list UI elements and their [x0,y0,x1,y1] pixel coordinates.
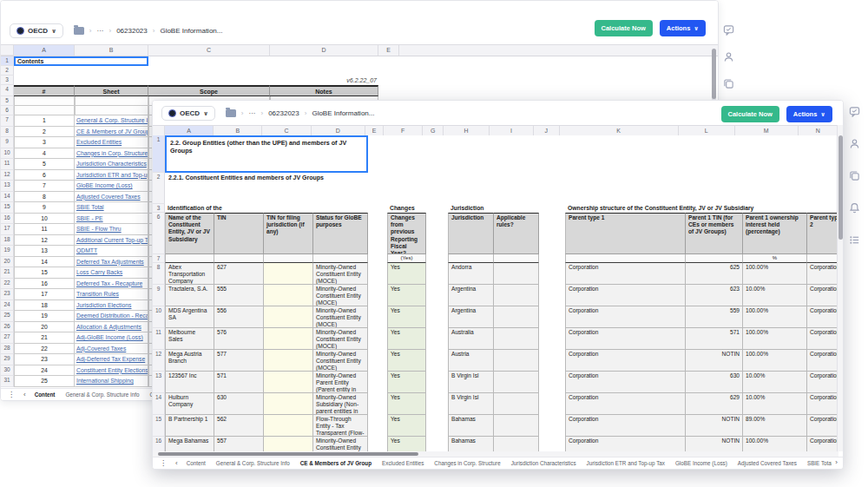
changes-cell[interactable]: Yes [387,285,426,306]
sheet-link[interactable]: Deferred Tax Adjustments [75,257,148,268]
row-header[interactable]: 3 [1,76,14,85]
rules-cell[interactable] [494,415,539,437]
sheet-number-cell[interactable]: 4 [14,148,75,160]
tabs-next-icon[interactable]: › [832,459,838,466]
column-header-A[interactable]: A [14,45,75,56]
row-header[interactable]: 5 [1,96,14,106]
group-ownership[interactable]: Ownership structure of the Constituent E… [565,204,838,213]
sheet-link[interactable]: General & Corp. Structure Info [75,115,148,127]
status-cell[interactable]: Minority-Owned Constituent Entity (MOCE) [313,437,368,451]
comments-icon[interactable] [849,106,860,117]
calculate-now-button[interactable]: Calculate Now [595,20,653,36]
parent-tin-cell[interactable]: 559 [686,306,743,328]
rules-cell[interactable] [494,393,539,415]
subsection-title-cell[interactable]: 2.2.1. Constituent Entities and members … [165,173,368,204]
row-header[interactable]: 31 [1,376,14,387]
sheet-tab[interactable]: Changes in Corp. Structure [434,460,500,466]
rules-cell[interactable] [494,285,539,306]
row-header[interactable]: 9 [1,137,14,148]
cell-a1-contents[interactable]: Contents [14,56,148,66]
row-header[interactable]: 2 [1,66,14,76]
parent-type1-cell[interactable]: Corporation [565,350,686,372]
sheet-number-cell[interactable]: 10 [14,214,75,225]
tin-cell[interactable]: 577 [214,350,264,372]
row-header[interactable]: 11 [1,159,14,170]
sheet-number-cell[interactable]: 23 [14,354,75,365]
entity-name-cell[interactable]: B Partnership 1 [165,415,214,437]
status-cell[interactable]: Minority-Owned Parent Entity (Parent ent… [313,372,368,393]
parent-type1-cell[interactable]: Corporation [565,437,686,451]
copy-icon[interactable] [723,78,734,89]
workspace-switcher[interactable]: OECD ∨ [161,106,215,121]
parent-type2-cell[interactable]: Corporation [807,350,838,372]
sheet-number-cell[interactable]: 21 [14,332,75,344]
row-header[interactable]: 26 [1,322,14,333]
sheet-number-cell[interactable]: 19 [14,311,75,322]
sheet-number-cell[interactable]: 15 [14,267,75,279]
sheet-link[interactable]: Adj-Deferred Tax Expense [75,354,148,365]
parent-tin-cell[interactable]: 629 [686,393,743,415]
parent-type2-cell[interactable]: Corporation [807,263,838,285]
row-header[interactable]: 20 [1,257,14,268]
sheet-link[interactable]: Additional Current Top-up Tax [75,235,148,247]
section-title-cell[interactable]: 2.2. Group Entities (other than the UPE)… [165,135,368,173]
sheet-tab[interactable]: SBIE Total [807,460,832,466]
tabs-prev-icon[interactable]: ‹ [175,460,178,467]
row-header[interactable]: 17 [1,224,14,235]
comments-icon[interactable] [723,24,734,36]
row-header[interactable]: 13 [153,372,165,393]
sheet-number-cell[interactable]: 2 [14,127,75,138]
row-header[interactable]: 1 [153,135,165,173]
sheet-link[interactable]: GloBE Income (Loss) [75,181,148,192]
sheet-number-cell[interactable]: 20 [14,322,75,333]
row-header[interactable]: 22 [1,279,14,290]
jurisdiction-cell[interactable]: Austria [448,350,494,372]
parent-tin-cell[interactable]: NOTIN [686,437,743,451]
workspace-switcher[interactable]: OECD ∨ [10,23,63,38]
entity-name-cell[interactable]: Tractalera, S.A. [165,285,214,306]
sheet-number-cell[interactable]: 16 [14,279,75,290]
sheet-link[interactable]: Adj-Covered Taxes [75,344,148,355]
entity-name-cell[interactable]: Mega Bahamas [165,437,214,451]
calculate-now-button[interactable]: Calculate Now [721,106,779,122]
sheet-link[interactable]: SBIE - Flow Thru [75,224,148,235]
status-cell[interactable]: Minority-Owned Constituent Entity (MOCE) [313,328,368,350]
entity-name-cell[interactable]: Abex Transportation Company [165,263,214,285]
sheet-link[interactable]: International Shipping [75,376,148,387]
jurisdiction-cell[interactable]: Bahamas [448,437,494,451]
tin-filing-cell[interactable] [264,437,313,451]
entity-name-cell[interactable]: 123567 Inc [165,372,214,393]
changes-cell[interactable]: Yes [387,437,426,451]
parent-tin-cell[interactable]: 623 [686,285,743,306]
parent-type1-cell[interactable]: Corporation [565,306,686,328]
parent-type1-cell[interactable]: Corporation [565,285,686,306]
column-header-D[interactable]: D [270,45,378,56]
entity-name-cell[interactable]: Hulburn Company [165,393,214,415]
sheet-number-cell[interactable]: 24 [14,365,75,377]
jurisdiction-cell[interactable]: B Virgin Isl [448,393,494,415]
tin-cell[interactable]: 555 [214,285,264,306]
parent-type1-cell[interactable]: Corporation [565,372,686,393]
sheet-number-cell[interactable]: 18 [14,300,75,312]
sheet-link[interactable]: Adj-GloBE Income (Loss) [75,332,148,344]
sheet-link[interactable]: Excluded Entities [75,137,148,148]
row-header[interactable]: 28 [1,344,14,355]
row-header[interactable]: 29 [1,354,14,365]
sheet-number-cell[interactable]: 7 [14,181,75,192]
changes-cell[interactable]: Yes [387,263,426,285]
row-header[interactable]: 14 [153,393,165,415]
column-header-E[interactable]: E [378,45,399,56]
changes-cell[interactable]: Yes [387,350,426,372]
sheet-link[interactable]: Allocation & Adjustments [75,322,148,333]
row-header[interactable]: 1 [1,56,14,66]
sheet-tab[interactable]: General & Corp. Structure Info [65,392,139,398]
parent-type2-cell[interactable]: Corporation [807,415,838,437]
actions-button[interactable]: Actions ∨ [786,106,832,122]
sheet-tab[interactable]: GloBE Income (Loss) [675,460,727,466]
jurisdiction-cell[interactable]: Argentina [448,285,494,306]
rules-cell[interactable] [494,437,539,451]
tin-cell[interactable]: 627 [214,263,264,285]
sheet-number-cell[interactable]: 12 [14,235,75,247]
pct-cell[interactable]: 100.00% [743,263,807,285]
row-header[interactable]: 19 [1,246,14,257]
